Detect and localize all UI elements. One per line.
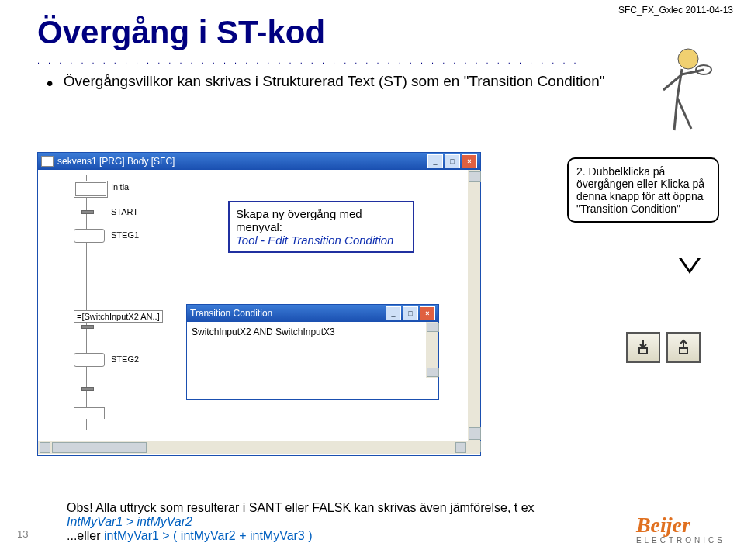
header-meta: SFC_FX_Gxlec 2011-04-13 <box>618 5 733 16</box>
toolbar-buttons <box>626 332 701 363</box>
maximize-button[interactable]: □ <box>445 154 460 168</box>
window-titlebar: sekvens1 [PRG] Body [SFC] _ □ × <box>38 153 480 170</box>
sfc-transition-start-label: START <box>111 207 138 216</box>
scroll-left-button[interactable] <box>40 442 50 453</box>
window2-titlebar: Transition Condition _ □ × <box>187 305 438 322</box>
sfc-step-2-label: STEG2 <box>111 354 139 364</box>
note-line1a: Obs! Alla uttryck som resulterar i SANT … <box>67 501 535 514</box>
note-line2a: ...eller <box>67 529 104 542</box>
sfc-step-1-label: STEG1 <box>111 230 139 240</box>
note-expr1: IntMyVar1 > intMyVar2 <box>67 515 192 528</box>
svg-point-0 <box>678 49 698 69</box>
win2-maximize-button[interactable]: □ <box>403 306 418 320</box>
win2-vertical-scrollbar[interactable] <box>426 322 438 378</box>
win2-close-button[interactable]: × <box>420 306 435 320</box>
transition-condition-window: Transition Condition _ □ × SwitchInputX2… <box>186 304 439 400</box>
window-icon <box>41 156 54 167</box>
vertical-scrollbar[interactable] <box>468 170 480 454</box>
sfc-transition-start[interactable] <box>81 210 94 214</box>
bullet-text: Övergångsvillkor kan skrivas i Strukture… <box>64 73 605 89</box>
win2-minimize-button[interactable]: _ <box>386 306 401 320</box>
close-button[interactable]: × <box>462 154 477 168</box>
callout1-line2: Tool - Edit Transition Condition <box>236 233 393 247</box>
sfc-step-initial-label: Initial <box>111 182 131 192</box>
decorative-figure <box>643 43 713 137</box>
horizontal-scrollbar[interactable] <box>38 441 480 454</box>
sfc-step-end[interactable] <box>74 407 105 419</box>
window-title-text: sekvens1 [PRG] Body [SFC] <box>57 156 175 167</box>
win2-scroll-down[interactable] <box>427 368 439 377</box>
scroll-up-button[interactable] <box>469 171 481 182</box>
vendor-logo: Beijer ELECTRONICS <box>636 513 725 544</box>
callout-tail <box>679 258 701 274</box>
scroll-right-button[interactable] <box>455 442 466 453</box>
callout-open-transition: 2. Dubbelklicka på övergången eller Klic… <box>567 157 719 223</box>
transition-condition-text: SwitchInputX2 AND SwitchInputX3 <box>192 327 335 337</box>
minimize-button[interactable]: _ <box>427 154 443 168</box>
callout-create-transition: Skapa ny övergång med menyval: Tool - Ed… <box>228 201 414 253</box>
sfc-transition-2-label[interactable]: =[SwitchInputX2 AN..] <box>74 310 163 323</box>
title-divider-dots: . . . . . . . . . . . . . . . . . . . . … <box>37 56 580 65</box>
zoom-back-button[interactable] <box>666 332 701 363</box>
logo-subtitle: ELECTRONICS <box>636 536 725 544</box>
page-number: 13 <box>17 528 28 540</box>
logo-brand: Beijer <box>636 513 725 538</box>
window2-title-text: Transition Condition <box>190 308 272 319</box>
page-title: Övergång i ST-kod <box>37 14 744 51</box>
sfc-trans2-connector <box>92 327 106 327</box>
callout1-line1: Skapa ny övergång med menyval: <box>236 207 407 233</box>
svg-rect-3 <box>680 348 687 354</box>
sfc-step-2[interactable] <box>74 353 105 367</box>
bubble-text: 2. Dubbelklicka på övergången eller Klic… <box>576 165 704 215</box>
sfc-step-initial[interactable] <box>74 181 108 198</box>
transition-condition-editor[interactable]: SwitchInputX2 AND SwitchInputX3 <box>187 322 438 396</box>
svg-rect-2 <box>639 348 647 354</box>
scroll-thumb[interactable] <box>469 427 481 440</box>
sfc-transition-3[interactable] <box>81 387 94 391</box>
bullet-1: • Övergångsvillkor kan skrivas i Struktu… <box>47 73 744 95</box>
note-box: Obs! Alla uttryck som resulterar i SANT … <box>67 501 540 543</box>
note-expr2: intMyVar1 > ( intMyVar2 + intMyVar3 ) <box>104 529 313 542</box>
sfc-step-1[interactable] <box>74 229 105 243</box>
h-scroll-thumb[interactable] <box>52 442 147 453</box>
win2-scroll-up[interactable] <box>427 323 439 332</box>
zoom-to-body-button[interactable] <box>626 332 660 363</box>
bullet-dot: • <box>47 73 53 94</box>
